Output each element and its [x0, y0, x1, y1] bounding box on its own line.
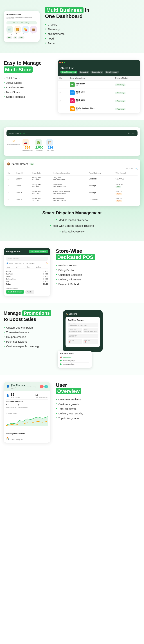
pos-col-qty: QTY [16, 266, 25, 269]
pos-col-item: Item [6, 266, 16, 269]
total-cust-num: 15 [6, 404, 16, 407]
dispatch-text: Smart Dispatch Management Module-Based O… [4, 210, 140, 234]
promo-main-card: 🏷️ Coupons Add New Coupon Coupon Title C… [63, 310, 103, 352]
start-date-field[interactable]: Start Date 📅 [68, 339, 82, 344]
uo-stat-customers: 👤 15 Total Customer 15 Total Business Ma… [6, 393, 48, 398]
stat-num-delivered: 2,000 [36, 146, 44, 150]
table-row: 4 100010 23 Mar 2022 10:22 AM Mahedi Has… [7, 196, 137, 203]
sl-1: 1 [58, 81, 68, 89]
coupon-type-field[interactable]: Coupon Type Select coupon type [68, 328, 82, 333]
basic-campaign-dot [60, 360, 62, 362]
multi-business-title: Multi Business in One Dashboard [45, 7, 140, 19]
coupon-title-field[interactable]: Coupon Title Coupon code for same user [68, 323, 98, 327]
bullet-inactive-stores: Inactive Stores [4, 85, 54, 90]
bullet-zone-wise-banners: Zone-wise banners [4, 330, 54, 335]
col-sl: SL. [7, 171, 15, 176]
orders-table: SL. Order ID Order Date Customer Informa… [7, 171, 137, 203]
table-row: 4 AM Alpha Medicine Store ID: 41 Pharmac… [58, 105, 140, 113]
delivery-stats-bar: Delivery Stats See All This Year ▾ [7, 130, 137, 136]
end-date-field[interactable]: End Date 📅 [83, 339, 98, 344]
pay-wallet[interactable]: Wallet [25, 290, 34, 294]
stat-out-delivery: 🚗 334 Out for Delivery [23, 139, 33, 152]
store-info-3: MC Medi Care ID: 43 [68, 97, 113, 105]
row4-id: 100010 [15, 196, 31, 203]
stat-label-unassigned: Unassigned Orders [7, 143, 20, 145]
delivery-info-icon: 👤 [6, 262, 8, 264]
stat-delivered: ✅ 2,000 Delivered [36, 139, 44, 152]
promo-title: Manage Promotions to Boost Sales [4, 310, 54, 322]
store-name-4: Alpha Medicine Store [76, 107, 94, 109]
store-name-2: Medi Store [76, 91, 85, 93]
row4-amount: $ 35.36 Unpaid [114, 196, 137, 203]
tab-store-management[interactable]: Store Management [61, 70, 77, 74]
customer-stats-label: Customer Statistics [6, 400, 48, 402]
pos-payment-section: Payment Method Cash On Delivery Wallet [6, 287, 48, 294]
basic-campaigns-item[interactable]: Basic Campaigns [60, 359, 89, 362]
stores-list-title: Stores List [61, 67, 137, 70]
uo-customer-info: 15 Total Customer [11, 393, 20, 398]
campaigns-item[interactable]: 📢 Campaigns [60, 356, 89, 359]
coupon-code-field[interactable]: Code Limit for same user [83, 328, 98, 333]
multi-business-text: Multi Business in One Dashboard Grocery … [43, 7, 140, 46]
uo-divider [6, 399, 48, 400]
dot-green [64, 62, 65, 63]
discount-type-field[interactable]: Discount Type Discount :0 [68, 334, 98, 338]
modules-view-all[interactable]: View All Modules Settings [7, 22, 37, 24]
dispatch-title: Smart Dispatch Management [4, 210, 140, 216]
row1-sl: 1 [7, 176, 15, 182]
order-count-badge: 96 [30, 162, 34, 165]
store-name-1: Infi-Health [76, 83, 85, 85]
delivery-stat-row: 🚴 5 Active Delivery Man [6, 436, 48, 440]
bullet-customer-specific: Customer-specific campaign [4, 344, 54, 349]
module-icons-grid: 🛒 Grocery 🍔 Food 💊 Pharmacy 📦 Parcel [7, 26, 37, 34]
stat-new-customer: 1 New Customer [18, 404, 28, 408]
active-delivery-label: Active Delivery Man [11, 439, 23, 440]
search-icon[interactable]: 🔍 [135, 168, 137, 170]
store-logo-2: MS [70, 90, 75, 95]
bullet-payment-method: Payment Method [56, 282, 140, 286]
stat-total-customer: 15 Total Customer [6, 404, 16, 408]
customer-chart [6, 415, 48, 426]
store-name-3: Medi Care [76, 99, 85, 101]
add-customer-btn[interactable]: + Add New Customer [29, 250, 48, 253]
item-campaigns-item[interactable]: Item Campaigns [60, 362, 89, 366]
customer-icon: 👤 [6, 394, 9, 397]
bullet-customer-selection: Customer Selection [56, 272, 140, 277]
row4-sl: 4 [7, 196, 15, 203]
tab-stores-list[interactable]: Stores List [79, 70, 89, 74]
row2-amount: $ 109.98 Paid [114, 182, 137, 189]
title-in: in [85, 7, 89, 13]
col-store-info: Store Information [68, 76, 113, 81]
customer-select[interactable]: Select customer [6, 257, 48, 261]
payment-methods: Cash On Delivery Wallet [6, 290, 48, 294]
col-customer: Customer Information [52, 171, 88, 176]
stat-unassigned: 33 Unassigned Orders [7, 139, 20, 152]
row3-amount: $ 46.75 Unpaid [114, 189, 137, 196]
pay-cod[interactable]: Cash On Delivery [6, 290, 24, 294]
promo-text: Manage Promotions to Boost Sales Customi… [4, 310, 54, 349]
pharmacy-icon: 💊 [22, 26, 29, 33]
badge-unpaid-3: Unpaid [115, 193, 122, 195]
pos-text: Store-Wise Dedicated POS Product Section… [56, 248, 140, 286]
store-details-2: Medi Store ID: 65 [76, 91, 85, 95]
edit-icon[interactable]: ✏️ [46, 262, 48, 264]
tab-subscriptions[interactable]: Subscriptions [91, 70, 103, 74]
pos-totals: Admin: $ 0.00 Sub Total: $ 0.00 Discount… [6, 270, 48, 286]
stores-tabs[interactable]: Store Management Stores List Subscriptio… [61, 70, 137, 74]
uo-header: 👤 User Overview Manage your all customer… [4, 382, 50, 391]
title-multistore-highlight: Multi-Store [4, 66, 33, 73]
end-date-label: End Date [84, 340, 97, 341]
row1-category: Electronics [88, 176, 114, 182]
bullet-store-requests: Store Requests [4, 94, 54, 99]
dot-yellow [62, 62, 63, 63]
uo-divider-2 [4, 430, 50, 430]
bullet-customized-campaign: Customized campaign [4, 325, 54, 330]
row3-id: 100014 [15, 189, 31, 196]
user-overview-card: 👤 User Overview Manage your all customer… [4, 382, 50, 443]
tab-store-requests[interactable]: Store Requests [105, 70, 119, 74]
bullet-total-stores: Total Stores [4, 76, 54, 80]
stat-downloads: 30M+ [7, 36, 12, 39]
section-promotions: Manage Promotions to Boost Sales Customi… [0, 303, 144, 375]
multi-business-bullets: Grocery Pharmacy eCommmerce Food Parcel [45, 22, 140, 46]
user-overview-title: User Overview [56, 382, 140, 394]
